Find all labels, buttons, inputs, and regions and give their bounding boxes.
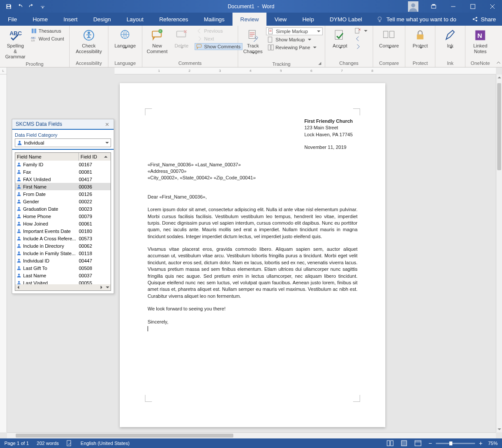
zoom-out-button[interactable]: −	[427, 440, 433, 446]
horizontal-scrollbar[interactable]	[7, 432, 496, 438]
customize-qat-dropdown[interactable]	[37, 1, 48, 12]
horizontal-ruler[interactable]: 12345678	[115, 67, 496, 74]
reject-dropdown[interactable]	[353, 27, 369, 34]
table-row[interactable]: Graduation Date00023	[15, 205, 111, 212]
linked-notes-button[interactable]: N Linked Notes	[469, 27, 492, 60]
new-comment-button[interactable]: + New Comment	[146, 27, 168, 60]
account-avatar[interactable]	[408, 1, 418, 12]
tab-insert[interactable]: Insert	[56, 13, 86, 26]
table-row[interactable]: Important Events Date00180	[15, 227, 111, 235]
show-markup-dropdown[interactable]: Show Markup	[266, 36, 323, 43]
accept-button[interactable]: Accept	[329, 27, 351, 60]
thesaurus-button[interactable]: Thesaurus	[29, 27, 66, 34]
maximize-button[interactable]	[463, 0, 482, 13]
show-comments-button[interactable]: Show Comments	[195, 43, 243, 50]
table-row[interactable]: Individual ID00447	[15, 257, 111, 264]
previous-change-button[interactable]	[353, 35, 369, 42]
table-row[interactable]: Last Visited00055	[15, 279, 111, 284]
undo-button[interactable]	[15, 1, 25, 12]
scroll-down-button[interactable]	[496, 426, 502, 432]
table-row[interactable]: Last Gift To00508	[15, 264, 111, 272]
check-accessibility-button[interactable]: Check Accessibility	[73, 27, 104, 60]
pane-close-button[interactable]: ✕	[105, 121, 110, 127]
zoom-in-button[interactable]: +	[478, 440, 484, 446]
scroll-track[interactable]	[21, 284, 98, 290]
language-indicator[interactable]: English (United States)	[81, 441, 130, 446]
delete-comment-button[interactable]: Delete	[170, 27, 193, 60]
tab-design[interactable]: Design	[85, 13, 118, 26]
tab-help[interactable]: Help	[294, 13, 322, 26]
page-scroll-area[interactable]: First Friendly Church 123 Main Street Lo…	[115, 74, 496, 432]
web-layout-button[interactable]	[413, 439, 423, 447]
svg-rect-28	[384, 31, 388, 38]
share-button[interactable]: Share	[472, 13, 502, 26]
tracking-dialog-launcher[interactable]: ◢	[318, 61, 323, 66]
skcms-data-fields-pane[interactable]: SKCMS Data Fields ✕ Data Field Category …	[12, 119, 114, 294]
document-page[interactable]: First Friendly Church 123 Main Street Lo…	[120, 83, 385, 427]
table-row[interactable]: Include in Directory00062	[15, 242, 111, 249]
table-header[interactable]: Field Name Field ID	[15, 153, 111, 161]
tab-review[interactable]: Review	[232, 13, 267, 26]
zoom-thumb[interactable]	[449, 441, 452, 445]
page-indicator[interactable]: Page 1 of 1	[4, 441, 29, 446]
next-comment-button[interactable]: Next	[195, 35, 243, 42]
col-field-name[interactable]: Field Name	[15, 153, 79, 161]
tab-references[interactable]: References	[152, 13, 196, 26]
spelling-grammar-button[interactable]: ABC Spelling & Grammar	[3, 27, 27, 61]
scroll-left-button[interactable]	[15, 284, 21, 290]
tell-me-search[interactable]: Tell me what you want to do	[376, 13, 456, 26]
pane-title-bar[interactable]: SKCMS Data Fields ✕	[12, 119, 114, 129]
zoom-track[interactable]	[436, 443, 475, 444]
scroll-right-button[interactable]	[98, 284, 104, 290]
language-button[interactable]: Language	[112, 27, 138, 60]
table-row[interactable]: Family ID00167	[15, 161, 111, 168]
protect-button[interactable]: Protect	[409, 27, 431, 60]
compare-button[interactable]: Compare	[377, 27, 401, 60]
zoom-level[interactable]: 75%	[488, 441, 498, 446]
scroll-down-button[interactable]	[104, 284, 111, 290]
table-row[interactable]: Home Phone00079	[15, 212, 111, 220]
tab-mailings[interactable]: Mailings	[196, 13, 232, 26]
next-change-button[interactable]	[353, 43, 369, 50]
minimize-button[interactable]	[443, 0, 463, 13]
scrollbar-thumb[interactable]	[497, 83, 501, 170]
save-button[interactable]	[3, 1, 14, 12]
table-row[interactable]: From Date00126	[15, 190, 111, 198]
table-row[interactable]: First Name00036	[15, 183, 111, 190]
table-row[interactable]: Last Name00037	[15, 272, 111, 279]
tab-dymo-label[interactable]: DYMO Label	[322, 13, 370, 26]
vertical-scrollbar[interactable]	[496, 74, 502, 432]
tab-home[interactable]: Home	[25, 13, 56, 26]
word-count-indicator[interactable]: 202 words	[37, 441, 59, 446]
redo-button[interactable]	[26, 1, 37, 12]
table-row[interactable]: How Joined00061	[15, 220, 111, 227]
display-for-review-dropdown[interactable]: Simple Markup	[266, 27, 323, 35]
table-body[interactable]: Family ID00167Fax00081FAX Unlisted00417F…	[15, 161, 111, 284]
table-row[interactable]: Fax00081	[15, 168, 111, 175]
print-layout-button[interactable]	[399, 439, 409, 447]
scrollbar-thumb-h[interactable]	[16, 434, 233, 438]
ink-button[interactable]: Ink	[439, 27, 462, 60]
reviewing-pane-dropdown[interactable]: Reviewing Pane	[266, 44, 323, 51]
tab-view[interactable]: View	[266, 13, 294, 26]
collapse-ribbon-button[interactable]	[495, 26, 502, 67]
col-field-id[interactable]: Field ID	[79, 153, 103, 161]
table-row[interactable]: FAX Unlisted00417	[15, 175, 111, 183]
tab-file[interactable]: File	[0, 13, 25, 26]
data-field-category-dropdown[interactable]: Individual	[15, 138, 111, 147]
table-row[interactable]: Include A Cross Refere...00573	[15, 235, 111, 242]
vertical-ruler-outer[interactable]	[0, 74, 7, 432]
scroll-up-button[interactable]	[103, 153, 109, 161]
read-mode-button[interactable]	[385, 439, 395, 447]
close-button[interactable]	[482, 0, 502, 13]
spell-check-status-icon[interactable]	[67, 440, 73, 446]
ribbon-display-options[interactable]	[424, 0, 443, 13]
track-changes-button[interactable]: Track Changes	[242, 27, 264, 61]
tab-layout[interactable]: Layout	[119, 13, 152, 26]
previous-comment-button[interactable]: Previous	[195, 27, 243, 34]
word-count-button[interactable]: ABC123Word Count	[29, 35, 66, 42]
table-row[interactable]: Gender00022	[15, 198, 111, 205]
table-row[interactable]: Include in Family State...00118	[15, 249, 111, 257]
zoom-slider[interactable]: − +	[427, 440, 484, 446]
scroll-up-button[interactable]	[496, 74, 502, 81]
